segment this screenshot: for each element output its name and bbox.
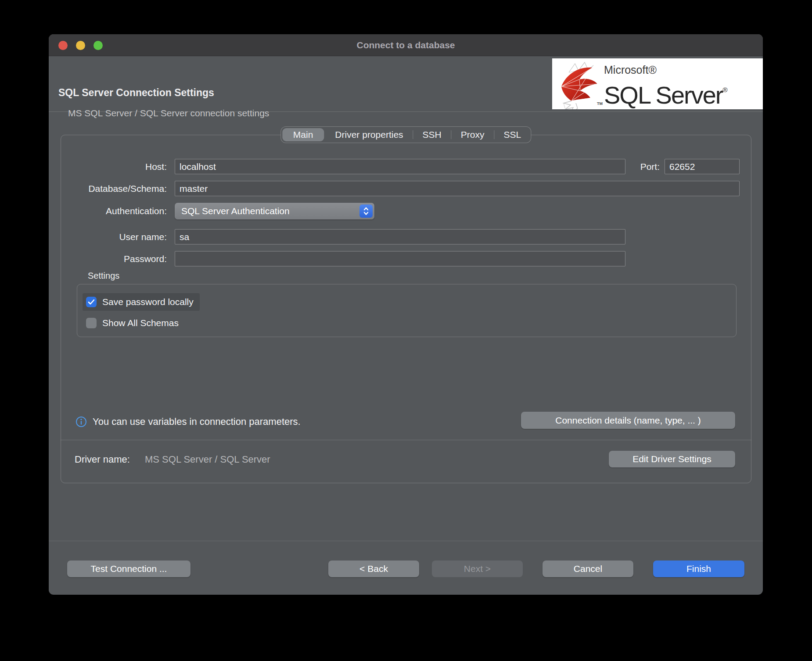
tab-strip: Main Driver properties SSH Proxy SSL <box>280 126 531 143</box>
checkmark-icon <box>88 299 95 305</box>
authentication-select[interactable]: SQL Server Authentication <box>175 203 374 219</box>
next-button: Next > <box>432 560 523 577</box>
password-label: Password: <box>66 251 167 266</box>
save-password-label: Save password locally <box>102 297 194 307</box>
show-all-schemas-checkbox[interactable] <box>86 318 97 328</box>
driver-name-value: MS SQL Server / SQL Server <box>145 454 270 465</box>
info-icon <box>75 416 87 429</box>
port-label: Port: <box>619 159 660 174</box>
settings-group-label: Settings <box>88 271 119 281</box>
page-subtitle: MS SQL Server / SQL Server connection se… <box>68 108 269 119</box>
zoom-window-button[interactable] <box>93 41 103 50</box>
dialog-header: SQL Server Connection Settings MS SQL Se… <box>49 56 763 112</box>
save-password-row[interactable]: Save password locally <box>83 293 200 311</box>
edit-driver-settings-button[interactable]: Edit Driver Settings <box>609 451 735 467</box>
connect-dialog-window: Connect to a database SQL Server Connect… <box>49 34 763 595</box>
show-all-schemas-label: Show All Schemas <box>102 318 179 328</box>
database-input[interactable] <box>175 181 740 196</box>
database-label: Database/Schema: <box>66 181 167 196</box>
port-input[interactable] <box>665 159 740 174</box>
info-message: You can use variables in connection para… <box>93 416 301 427</box>
authentication-selected-value: SQL Server Authentication <box>175 206 359 216</box>
settings-group-box: Save password locally Show All Schemas <box>77 284 737 337</box>
sql-server-logo: Microsoft® SQL Server® TM <box>552 58 763 109</box>
tab-ssh[interactable]: SSH <box>413 127 451 143</box>
driver-name-label: Driver name: <box>75 454 130 465</box>
save-password-checkbox[interactable] <box>86 297 97 307</box>
logo-tm: TM <box>597 101 603 106</box>
close-window-button[interactable] <box>58 41 68 50</box>
finish-button[interactable]: Finish <box>653 560 744 577</box>
tab-proxy[interactable]: Proxy <box>451 127 494 143</box>
chevron-up-down-icon <box>359 205 373 218</box>
password-input[interactable] <box>175 251 625 266</box>
host-input[interactable] <box>175 159 625 174</box>
screen-background: Connect to a database SQL Server Connect… <box>0 0 812 661</box>
titlebar[interactable]: Connect to a database <box>49 34 763 56</box>
traffic-lights <box>58 34 103 56</box>
connection-details-button[interactable]: Connection details (name, type, ... ) <box>521 412 735 429</box>
tab-driver-properties[interactable]: Driver properties <box>325 127 413 143</box>
panel-divider <box>61 440 751 440</box>
username-label: User name: <box>66 229 167 244</box>
logo-product: SQL Server® <box>604 77 728 108</box>
tab-main[interactable]: Main <box>282 128 324 141</box>
window-title: Connect to a database <box>356 40 455 50</box>
tab-ssl[interactable]: SSL <box>494 127 531 143</box>
authentication-label: Authentication: <box>66 203 167 219</box>
host-label: Host: <box>66 159 167 174</box>
minimize-window-button[interactable] <box>76 41 85 50</box>
page-title: SQL Server Connection Settings <box>58 87 214 99</box>
cancel-button[interactable]: Cancel <box>543 560 633 577</box>
back-button[interactable]: < Back <box>328 560 419 577</box>
test-connection-button[interactable]: Test Connection ... <box>67 560 190 577</box>
logo-brand: Microsoft® <box>604 64 728 76</box>
footer-divider <box>49 541 763 541</box>
show-all-schemas-row[interactable]: Show All Schemas <box>83 314 185 332</box>
username-input[interactable] <box>175 229 625 244</box>
